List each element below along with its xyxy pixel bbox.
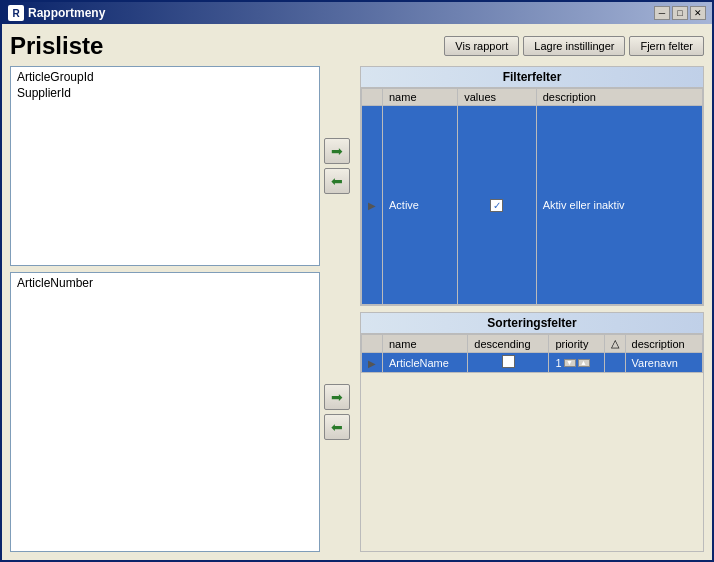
sort-row-descending[interactable] [468,353,549,373]
list-item-articleGroupId[interactable]: ArticleGroupId [13,69,317,85]
top-buttons: Vis rapport Lagre instillinger Fjern fel… [444,36,704,56]
top-bar: Prisliste Vis rapport Lagre instillinger… [10,32,704,60]
main-window: R Rapportmeny ─ □ ✕ Prisliste Vis rappor… [0,0,714,562]
content-area: Prisliste Vis rapport Lagre instillinger… [2,24,712,560]
priority-cell: 1 ▼ ▲ [555,357,597,369]
bottom-left-section: ArticleNumber ➡ ⬅ [10,272,354,552]
page-title: Prisliste [10,32,103,60]
right-panel: Filterfelter name values description [360,66,704,552]
lagre-instillinger-button[interactable]: Lagre instillinger [523,36,625,56]
arrow-left-icon-2: ⬅ [331,419,343,435]
sort-col-descending: descending [468,335,549,353]
priority-up-button[interactable]: ▲ [578,359,590,367]
bottom-arrow-buttons: ➡ ⬅ [324,272,354,552]
filter-row-expand: ▶ [362,106,383,305]
title-buttons: ─ □ ✕ [654,6,706,20]
title-bar: R Rapportmeny ─ □ ✕ [2,2,712,24]
minimize-button[interactable]: ─ [654,6,670,20]
left-column: ArticleGroupId SupplierId ➡ ⬅ [10,66,354,552]
filter-table: name values description ▶ Active ✓ [361,88,703,305]
sort-col-triangle: △ [604,335,625,353]
sort-row-articlename[interactable]: ▶ ArticleName 1 ▼ [362,353,703,373]
fjern-felter-button[interactable]: Fjern felter [629,36,704,56]
arrow-right-icon: ➡ [331,143,343,159]
priority-spinner: ▼ [564,359,576,367]
sort-col-expand [362,335,383,353]
sort-col-priority: priority [549,335,604,353]
bottom-arrow-right-button[interactable]: ➡ [324,384,350,410]
bottom-list-box[interactable]: ArticleNumber [10,272,320,552]
filter-row-values[interactable]: ✓ [458,106,536,305]
window-title: Rapportmeny [28,6,105,20]
maximize-button[interactable]: □ [672,6,688,20]
sort-expand-arrow-icon: ▶ [368,358,376,369]
filter-checkbox[interactable]: ✓ [490,199,503,212]
sort-col-description: description [625,335,702,353]
priority-down-button[interactable]: ▼ [564,359,576,367]
close-button[interactable]: ✕ [690,6,706,20]
filter-row-description: Aktiv eller inaktiv [536,106,702,305]
sort-row-triangle [604,353,625,373]
priority-value: 1 [555,357,561,369]
sort-row-name: ArticleName [383,353,468,373]
sort-row-priority: 1 ▼ ▲ [549,353,604,373]
expand-arrow-icon: ▶ [368,200,376,211]
sort-row-expand: ▶ [362,353,383,373]
sort-row-description: Varenavn [625,353,702,373]
top-arrow-left-button[interactable]: ⬅ [324,168,350,194]
vis-rapport-button[interactable]: Vis rapport [444,36,519,56]
top-arrow-buttons: ➡ ⬅ [324,66,354,266]
filter-col-values: values [458,89,536,106]
filter-section: Filterfelter name values description [360,66,704,306]
filter-col-description: description [536,89,702,106]
list-item-supplierId[interactable]: SupplierId [13,85,317,101]
app-icon: R [8,5,24,21]
filter-col-name: name [383,89,458,106]
top-arrow-right-button[interactable]: ➡ [324,138,350,164]
filter-row-name: Active [383,106,458,305]
title-bar-left: R Rapportmeny [8,5,105,21]
list-item-articleNumber[interactable]: ArticleNumber [13,275,317,291]
filter-row-active[interactable]: ▶ Active ✓ Aktiv eller inaktiv [362,106,703,305]
sort-section: Sorteringsfelter name descending priorit… [360,312,704,552]
arrow-left-icon: ⬅ [331,173,343,189]
sort-section-header: Sorteringsfelter [361,313,703,334]
main-area: ArticleGroupId SupplierId ➡ ⬅ [10,66,704,552]
arrow-right-icon-2: ➡ [331,389,343,405]
top-left-section: ArticleGroupId SupplierId ➡ ⬅ [10,66,354,266]
priority-spinner-up: ▲ [578,359,590,367]
descending-checkbox[interactable] [502,355,515,368]
sort-col-name: name [383,335,468,353]
sort-table: name descending priority △ description ▶… [361,334,703,373]
filter-section-header: Filterfelter [361,67,703,88]
top-list-box[interactable]: ArticleGroupId SupplierId [10,66,320,266]
bottom-arrow-left-button[interactable]: ⬅ [324,414,350,440]
filter-col-expand [362,89,383,106]
